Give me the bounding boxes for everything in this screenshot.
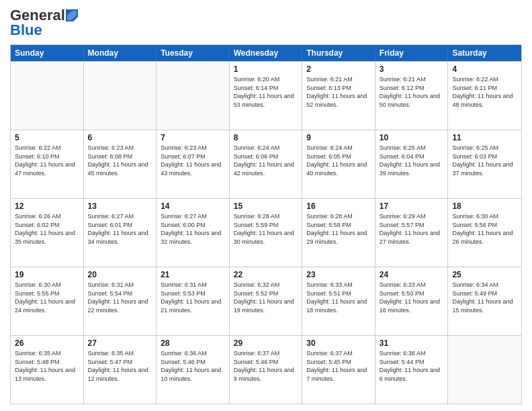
cell-info: Sunrise: 6:31 AMSunset: 5:54 PMDaylight:…: [88, 281, 152, 314]
day-number: 15: [234, 201, 298, 211]
day-number: 21: [161, 270, 225, 279]
cell-info: Sunrise: 6:22 AMSunset: 6:11 PMDaylight:…: [452, 75, 517, 109]
day-number: 14: [161, 201, 225, 211]
cell-info: Sunrise: 6:25 AMSunset: 6:04 PMDaylight:…: [380, 144, 444, 177]
cell-info: Sunrise: 6:33 AMSunset: 5:51 PMDaylight:…: [306, 281, 371, 314]
day-cell-23: 23Sunrise: 6:33 AMSunset: 5:51 PMDayligh…: [302, 267, 375, 335]
day-number: 11: [452, 133, 517, 142]
cell-info: Sunrise: 6:20 AMSunset: 6:14 PMDaylight:…: [234, 75, 298, 109]
day-number: 26: [15, 338, 79, 348]
day-cell-3: 3Sunrise: 6:21 AMSunset: 6:12 PMDaylight…: [375, 62, 449, 130]
day-number: 23: [306, 270, 371, 279]
empty-cell: [11, 62, 84, 130]
day-cell-26: 26Sunrise: 6:35 AMSunset: 5:48 PMDayligh…: [11, 336, 84, 404]
cell-info: Sunrise: 6:30 AMSunset: 5:56 PMDaylight:…: [452, 212, 517, 246]
day-cell-14: 14Sunrise: 6:27 AMSunset: 6:00 PMDayligh…: [157, 199, 230, 267]
cell-info: Sunrise: 6:21 AMSunset: 6:12 PMDaylight:…: [380, 75, 444, 109]
week-row-4: 19Sunrise: 6:30 AMSunset: 5:55 PMDayligh…: [11, 267, 521, 335]
day-number: 16: [306, 201, 371, 211]
day-cell-19: 19Sunrise: 6:30 AMSunset: 5:55 PMDayligh…: [11, 267, 84, 335]
day-number: 8: [234, 133, 298, 142]
day-cell-18: 18Sunrise: 6:30 AMSunset: 5:56 PMDayligh…: [448, 199, 521, 267]
cell-info: Sunrise: 6:28 AMSunset: 5:58 PMDaylight:…: [306, 212, 371, 246]
day-number: 13: [88, 201, 152, 211]
cell-info: Sunrise: 6:32 AMSunset: 5:52 PMDaylight:…: [234, 281, 298, 314]
day-header-wednesday: Wednesday: [230, 45, 303, 61]
logo-icon: [66, 9, 78, 21]
cell-info: Sunrise: 6:22 AMSunset: 6:10 PMDaylight:…: [15, 144, 79, 177]
day-number: 28: [161, 338, 225, 348]
day-cell-8: 8Sunrise: 6:24 AMSunset: 6:06 PMDaylight…: [230, 130, 303, 198]
header: General Blue: [10, 7, 522, 39]
cell-info: Sunrise: 6:36 AMSunset: 5:46 PMDaylight:…: [161, 349, 225, 383]
day-header-sunday: Sunday: [11, 45, 84, 61]
calendar-body: 1Sunrise: 6:20 AMSunset: 6:14 PMDaylight…: [11, 61, 521, 404]
day-number: 4: [452, 64, 517, 74]
day-number: 29: [234, 338, 298, 348]
day-cell-7: 7Sunrise: 6:23 AMSunset: 6:07 PMDaylight…: [157, 130, 230, 198]
day-cell-6: 6Sunrise: 6:23 AMSunset: 6:08 PMDaylight…: [84, 130, 157, 198]
cell-info: Sunrise: 6:26 AMSunset: 6:02 PMDaylight:…: [15, 212, 79, 246]
day-number: 17: [380, 201, 444, 211]
cell-info: Sunrise: 6:25 AMSunset: 6:03 PMDaylight:…: [452, 144, 517, 177]
calendar: SundayMondayTuesdayWednesdayThursdayFrid…: [10, 44, 522, 404]
day-cell-4: 4Sunrise: 6:22 AMSunset: 6:11 PMDaylight…: [448, 62, 521, 130]
cell-info: Sunrise: 6:33 AMSunset: 5:50 PMDaylight:…: [380, 281, 444, 314]
day-cell-27: 27Sunrise: 6:35 AMSunset: 5:47 PMDayligh…: [84, 336, 157, 404]
day-cell-29: 29Sunrise: 6:37 AMSunset: 5:46 PMDayligh…: [230, 336, 303, 404]
day-number: 3: [380, 64, 444, 74]
day-cell-17: 17Sunrise: 6:29 AMSunset: 5:57 PMDayligh…: [375, 199, 449, 267]
day-cell-20: 20Sunrise: 6:31 AMSunset: 5:54 PMDayligh…: [84, 267, 157, 335]
cell-info: Sunrise: 6:27 AMSunset: 6:01 PMDaylight:…: [88, 212, 152, 246]
day-cell-21: 21Sunrise: 6:31 AMSunset: 5:53 PMDayligh…: [157, 267, 230, 335]
week-row-5: 26Sunrise: 6:35 AMSunset: 5:48 PMDayligh…: [11, 335, 521, 404]
cell-info: Sunrise: 6:24 AMSunset: 6:05 PMDaylight:…: [306, 144, 371, 177]
day-number: 31: [380, 338, 444, 348]
cell-info: Sunrise: 6:24 AMSunset: 6:06 PMDaylight:…: [234, 144, 298, 177]
calendar-header: SundayMondayTuesdayWednesdayThursdayFrid…: [11, 45, 521, 61]
day-cell-11: 11Sunrise: 6:25 AMSunset: 6:03 PMDayligh…: [448, 130, 521, 198]
day-number: 7: [161, 133, 225, 142]
cell-info: Sunrise: 6:27 AMSunset: 6:00 PMDaylight:…: [161, 212, 225, 246]
day-cell-30: 30Sunrise: 6:37 AMSunset: 5:45 PMDayligh…: [302, 336, 375, 404]
day-number: 9: [306, 133, 371, 142]
day-number: 30: [306, 338, 371, 348]
cell-info: Sunrise: 6:31 AMSunset: 5:53 PMDaylight:…: [161, 281, 225, 314]
day-number: 24: [380, 270, 444, 279]
cell-info: Sunrise: 6:23 AMSunset: 6:07 PMDaylight:…: [161, 144, 225, 177]
cell-info: Sunrise: 6:23 AMSunset: 6:08 PMDaylight:…: [88, 144, 152, 177]
day-cell-12: 12Sunrise: 6:26 AMSunset: 6:02 PMDayligh…: [11, 199, 84, 267]
day-cell-5: 5Sunrise: 6:22 AMSunset: 6:10 PMDaylight…: [11, 130, 84, 198]
cell-info: Sunrise: 6:37 AMSunset: 5:46 PMDaylight:…: [234, 349, 298, 383]
week-row-3: 12Sunrise: 6:26 AMSunset: 6:02 PMDayligh…: [11, 198, 521, 267]
empty-cell: [84, 62, 157, 130]
day-header-thursday: Thursday: [302, 45, 375, 61]
day-header-monday: Monday: [84, 45, 157, 61]
day-number: 18: [452, 201, 517, 211]
day-cell-15: 15Sunrise: 6:28 AMSunset: 5:59 PMDayligh…: [230, 199, 303, 267]
day-cell-24: 24Sunrise: 6:33 AMSunset: 5:50 PMDayligh…: [375, 267, 449, 335]
day-number: 27: [88, 338, 152, 348]
day-cell-28: 28Sunrise: 6:36 AMSunset: 5:46 PMDayligh…: [157, 336, 230, 404]
cell-info: Sunrise: 6:34 AMSunset: 5:49 PMDaylight:…: [452, 281, 517, 314]
cell-info: Sunrise: 6:35 AMSunset: 5:47 PMDaylight:…: [88, 349, 152, 383]
week-row-2: 5Sunrise: 6:22 AMSunset: 6:10 PMDaylight…: [11, 130, 521, 198]
logo-blue: Blue: [10, 21, 42, 39]
day-number: 20: [88, 270, 152, 279]
cell-info: Sunrise: 6:38 AMSunset: 5:44 PMDaylight:…: [380, 349, 444, 383]
day-number: 1: [234, 64, 298, 74]
day-number: 19: [15, 270, 79, 279]
cell-info: Sunrise: 6:28 AMSunset: 5:59 PMDaylight:…: [234, 212, 298, 246]
day-number: 10: [380, 133, 444, 142]
cell-info: Sunrise: 6:37 AMSunset: 5:45 PMDaylight:…: [306, 349, 371, 383]
day-number: 6: [88, 133, 152, 142]
empty-cell: [448, 336, 521, 404]
day-header-saturday: Saturday: [448, 45, 521, 61]
day-header-tuesday: Tuesday: [157, 45, 230, 61]
cell-info: Sunrise: 6:21 AMSunset: 6:13 PMDaylight:…: [306, 75, 371, 109]
day-number: 12: [15, 201, 79, 211]
day-number: 25: [452, 270, 517, 279]
day-cell-13: 13Sunrise: 6:27 AMSunset: 6:01 PMDayligh…: [84, 199, 157, 267]
page: General Blue SundayMondayTuesdayWednesda…: [0, 0, 532, 411]
cell-info: Sunrise: 6:35 AMSunset: 5:48 PMDaylight:…: [15, 349, 79, 383]
